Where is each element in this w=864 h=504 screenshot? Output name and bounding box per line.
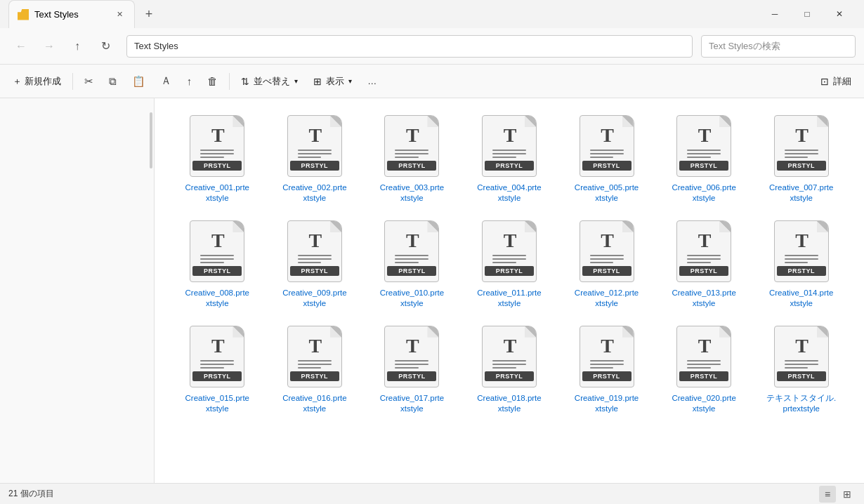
detail-button[interactable]: ⊡ 詳細	[813, 69, 858, 93]
back-button[interactable]: ←	[8, 34, 34, 59]
file-item[interactable]: TPRSTYLCreative_001.prtextstyle	[171, 110, 263, 209]
file-item[interactable]: TPRSTYLCreative_020.prtextstyle	[658, 320, 750, 420]
file-shape: TPRSTYL	[190, 220, 244, 282]
file-label-band: PRSTYL	[485, 161, 534, 171]
detail-icon: ⊡	[820, 76, 829, 87]
file-label-band: PRSTYL	[192, 371, 242, 381]
file-lines	[395, 360, 428, 371]
file-shape: TPRSTYL	[774, 326, 829, 387]
file-t-icon: T	[601, 335, 613, 357]
file-name: Creative_012.prtextstyle	[575, 288, 639, 309]
file-icon: TPRSTYL	[384, 220, 440, 284]
file-item[interactable]: TPRSTYLCreative_019.prtextstyle	[561, 320, 653, 420]
file-label-band: PRSTYL	[777, 161, 826, 171]
new-button[interactable]: ＋ 新規作成	[6, 69, 68, 93]
file-icon: TPRSTYL	[773, 115, 830, 178]
maximize-button[interactable]: □	[791, 3, 823, 25]
file-name: Creative_017.prtextstyle	[380, 393, 444, 414]
copy-button[interactable]: ⧉	[102, 69, 124, 93]
sidebar-scrollbar[interactable]	[150, 112, 152, 168]
file-item[interactable]: TPRSTYLCreative_005.prtextstyle	[561, 110, 653, 209]
file-item[interactable]: TPRSTYLCreative_016.prtextstyle	[269, 320, 361, 420]
forward-button[interactable]: →	[37, 34, 62, 59]
file-item[interactable]: TPRSTYLCreative_013.prtextstyle	[658, 215, 750, 314]
file-item[interactable]: TPRSTYLCreative_017.prtextstyle	[366, 320, 458, 420]
file-lines	[492, 150, 526, 160]
close-button[interactable]: ✕	[823, 3, 856, 25]
more-button[interactable]: …	[360, 69, 384, 93]
file-shape: TPRSTYL	[190, 326, 244, 387]
file-name: Creative_002.prtextstyle	[282, 183, 346, 204]
view-button[interactable]: ⊞ 表示 ▾	[306, 69, 359, 93]
file-item[interactable]: TPRSTYLCreative_018.prtextstyle	[464, 320, 556, 420]
sort-chevron: ▾	[294, 77, 298, 85]
file-item[interactable]: TPRSTYLCreative_010.prtextstyle	[366, 215, 458, 314]
new-tab-button[interactable]: +	[138, 3, 160, 25]
search-box[interactable]: Text Stylesの検索	[701, 35, 856, 58]
file-t-icon: T	[309, 230, 321, 252]
grid-view-button[interactable]: ⊞	[839, 486, 856, 503]
tab-close-button[interactable]: ✕	[113, 8, 126, 21]
file-icon: TPRSTYL	[384, 115, 440, 178]
file-name: Creative_009.prtextstyle	[282, 288, 346, 309]
file-icon: TPRSTYL	[676, 326, 732, 389]
list-view-button[interactable]: ≡	[819, 486, 836, 503]
rename-button[interactable]: Ａ	[154, 69, 178, 93]
file-lines	[590, 360, 624, 371]
tab-text-styles[interactable]: Text Styles ✕	[8, 0, 135, 28]
file-label-band: PRSTYL	[679, 161, 728, 171]
file-name: Creative_007.prtextstyle	[769, 183, 833, 204]
file-lines	[492, 360, 526, 371]
up-button[interactable]: ↑	[65, 34, 90, 59]
file-item[interactable]: TPRSTYLCreative_011.prtextstyle	[464, 215, 556, 314]
titlebar: Text Styles ✕ + ─ □ ✕	[0, 0, 864, 28]
sort-button[interactable]: ⇅ 並べ替え ▾	[234, 69, 305, 93]
file-item[interactable]: TPRSTYLCreative_004.prtextstyle	[464, 110, 556, 209]
file-shape: TPRSTYL	[482, 326, 537, 387]
file-t-icon: T	[698, 230, 710, 252]
delete-button[interactable]: 🗑	[200, 69, 225, 93]
file-icon: TPRSTYL	[189, 326, 245, 389]
file-item[interactable]: TPRSTYLCreative_014.prtextstyle	[755, 215, 847, 314]
file-item[interactable]: TPRSTYLCreative_015.prtextstyle	[171, 320, 263, 420]
file-icon: TPRSTYL	[189, 115, 245, 178]
file-item[interactable]: TPRSTYLCreative_006.prtextstyle	[658, 110, 750, 209]
file-item[interactable]: TPRSTYLテキストスタイル.prtextstyle	[755, 320, 847, 420]
file-t-icon: T	[504, 124, 516, 147]
file-label-band: PRSTYL	[582, 266, 631, 276]
file-item[interactable]: TPRSTYLCreative_003.prtextstyle	[366, 110, 458, 209]
file-t-icon: T	[211, 335, 223, 357]
tab-area: Text Styles ✕ +	[8, 0, 759, 28]
file-lines	[687, 150, 721, 160]
address-bar[interactable]: Text Styles	[126, 35, 693, 58]
navbar: ← → ↑ ↻ Text Styles Text Stylesの検索	[0, 28, 864, 65]
minimize-button[interactable]: ─	[759, 3, 791, 25]
file-lines	[590, 150, 624, 160]
cut-button[interactable]: ✂	[77, 69, 100, 93]
file-t-icon: T	[795, 124, 807, 147]
file-t-icon: T	[406, 124, 418, 147]
file-label-band: PRSTYL	[387, 371, 436, 381]
file-lines	[492, 255, 526, 265]
file-icon: TPRSTYL	[481, 115, 537, 178]
file-item[interactable]: TPRSTYLCreative_002.prtextstyle	[269, 110, 361, 209]
file-t-icon: T	[795, 230, 807, 252]
file-t-icon: T	[406, 335, 418, 357]
file-t-icon: T	[795, 335, 807, 357]
file-name: Creative_011.prtextstyle	[477, 288, 541, 309]
file-item[interactable]: TPRSTYLCreative_009.prtextstyle	[269, 215, 361, 314]
paste-button[interactable]: 📋	[125, 69, 152, 93]
share-button[interactable]: ↑	[180, 69, 199, 93]
file-item[interactable]: TPRSTYLCreative_007.prtextstyle	[755, 110, 847, 209]
file-label-band: PRSTYL	[777, 371, 826, 381]
file-icon: TPRSTYL	[773, 326, 830, 389]
file-label-band: PRSTYL	[679, 371, 728, 381]
file-label-band: PRSTYL	[582, 161, 631, 171]
file-item[interactable]: TPRSTYLCreative_008.prtextstyle	[171, 215, 263, 314]
file-item[interactable]: TPRSTYLCreative_012.prtextstyle	[561, 215, 653, 314]
file-name: Creative_019.prtextstyle	[575, 393, 639, 414]
file-icon: TPRSTYL	[189, 220, 245, 284]
refresh-button[interactable]: ↻	[93, 34, 118, 59]
file-label-band: PRSTYL	[192, 161, 242, 171]
file-lines	[785, 255, 818, 265]
